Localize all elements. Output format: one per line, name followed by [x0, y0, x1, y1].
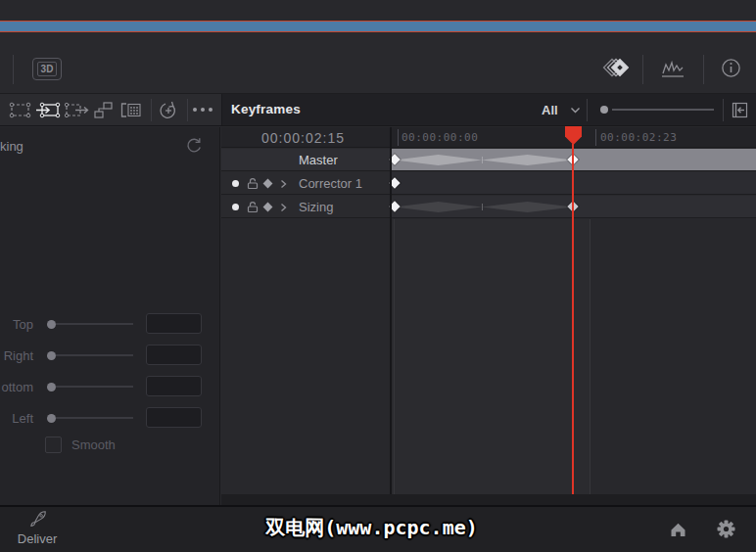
gear-icon[interactable] [716, 519, 736, 539]
lock-icon[interactable] [247, 201, 259, 213]
timeline-zoom-slider-knob[interactable] [600, 106, 608, 114]
left-value-field[interactable] [146, 407, 202, 428]
keyframes-stack-icon[interactable] [597, 57, 629, 80]
rocket-icon [26, 509, 48, 529]
reset-add-icon[interactable] [158, 100, 179, 121]
current-timecode: 00:00:02:15 [261, 130, 345, 146]
interpolation-spindle [482, 155, 573, 165]
separator [187, 99, 188, 121]
3d-button-label: 3D [37, 62, 58, 76]
chevron-down-icon[interactable] [570, 107, 581, 114]
separator [642, 55, 643, 84]
info-icon[interactable] [721, 58, 741, 78]
interpolation-spindle [395, 202, 482, 212]
timeline-out-of-range-shade [591, 219, 756, 494]
track-name: Sizing [299, 200, 333, 214]
node-link-tool[interactable] [93, 102, 115, 118]
timeline-gridline [394, 219, 395, 494]
bottom-value-field[interactable] [146, 376, 202, 396]
separator [723, 99, 724, 121]
separator [703, 55, 704, 84]
panel-header-text: king [0, 139, 24, 154]
track-timeline-master[interactable] [392, 149, 756, 171]
track-name: Master [299, 153, 338, 167]
window-arrow-out-tool[interactable] [65, 102, 89, 118]
top-slider-track[interactable] [56, 323, 133, 325]
interpolation-spindle [482, 202, 573, 212]
track-enable-dot[interactable] [232, 180, 239, 187]
timeline-scroll-gutter[interactable] [221, 494, 756, 505]
header-timeline-divider [390, 127, 392, 494]
3d-tracker-button[interactable]: 3D [32, 58, 62, 80]
matte-window-tool[interactable] [119, 102, 142, 118]
keyframe-filter-value[interactable]: All [542, 103, 558, 117]
interpolation-spindle [395, 155, 482, 165]
slider-label-right: Right [0, 348, 33, 363]
home-icon[interactable] [669, 521, 687, 538]
left-slider-track[interactable] [56, 417, 133, 419]
tracking-params-panel: king Top Right ottom Left Smooth [0, 127, 220, 505]
separator [151, 99, 152, 121]
top-slider-knob[interactable] [47, 320, 56, 329]
keyframe-diamond-icon[interactable] [263, 203, 273, 212]
smooth-checkbox[interactable] [45, 437, 62, 453]
slider-label-left: Left [0, 411, 33, 426]
right-value-field[interactable] [146, 345, 202, 365]
deliver-page-button[interactable]: Deliver [8, 509, 67, 550]
watermark-text: 双电网(www.pcpc.me) [265, 515, 478, 541]
track-name: Corrector 1 [299, 176, 362, 191]
ruler-tick [595, 129, 596, 146]
smooth-checkbox-label: Smooth [71, 437, 116, 452]
bottom-slider-knob[interactable] [47, 383, 56, 391]
deliver-label: Deliver [18, 531, 57, 546]
track-timeline-corrector1[interactable] [392, 172, 756, 195]
track-header-master[interactable]: Master [221, 149, 390, 171]
keyframes-panel-header: Keyframes All [221, 94, 756, 125]
playhead-line[interactable] [572, 144, 574, 494]
keyframes-panel: 00:00:02:15 00:00:00:00 00:00:02:23 Mast… [221, 127, 756, 505]
chevron-right-icon[interactable] [280, 203, 287, 212]
separator [13, 55, 14, 84]
track-header-empty-area [221, 219, 390, 494]
spindle-tick [482, 204, 483, 210]
timecode-display: 00:00:02:15 [221, 127, 390, 148]
window-tools-bar: Keyframes All [0, 94, 756, 126]
ruler-label-start: 00:00:00:00 [402, 131, 478, 144]
top-value-field[interactable] [146, 313, 202, 334]
ruler-tick [398, 129, 399, 146]
lock-icon[interactable] [247, 177, 259, 190]
spindle-tick [482, 157, 483, 163]
page-navigation-bar: Deliver 双电网(www.pcpc.me) [0, 505, 756, 552]
separator [587, 99, 588, 121]
chevron-right-icon[interactable] [280, 179, 287, 189]
keyframe-diamond-icon[interactable] [263, 179, 273, 189]
ruler-label-end: 00:00:02:23 [600, 131, 677, 144]
window-arrow-in-tool[interactable] [36, 102, 61, 118]
viewer-toolbar: 3D [0, 32, 756, 94]
keyframes-title: Keyframes [231, 102, 301, 116]
davinci-resolve-window: 3D [0, 0, 756, 552]
reset-icon[interactable] [184, 136, 204, 156]
slider-label-bottom: ottom [0, 380, 33, 394]
track-header-sizing[interactable]: Sizing [221, 196, 390, 218]
track-header-corrector1[interactable]: Corrector 1 [221, 172, 390, 195]
timeline-zoom-slider-track[interactable] [612, 109, 714, 111]
marquee-window-tool[interactable] [9, 102, 31, 118]
left-slider-knob[interactable] [47, 414, 56, 423]
right-slider-knob[interactable] [47, 351, 56, 360]
bottom-slider-track[interactable] [56, 386, 133, 388]
slider-label-top: Top [0, 317, 33, 332]
collapse-panel-left-icon[interactable] [731, 101, 749, 119]
track-enable-dot[interactable] [232, 204, 239, 210]
more-dots-icon[interactable] [193, 108, 216, 113]
right-slider-track[interactable] [56, 354, 133, 356]
track-timeline-sizing[interactable] [392, 196, 756, 218]
curves-icon[interactable] [660, 59, 686, 78]
selected-clip-strip[interactable] [0, 21, 756, 32]
